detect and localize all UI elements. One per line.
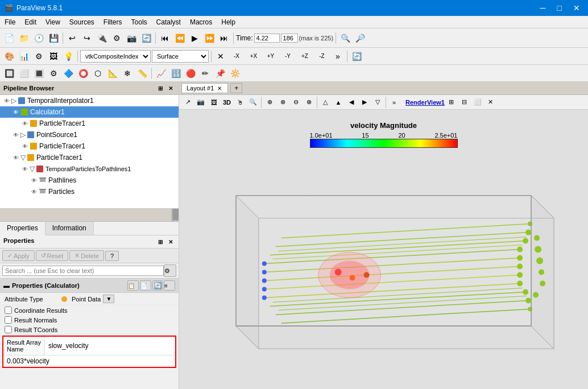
attribute-type-dropdown[interactable]: ▼ xyxy=(103,295,114,303)
visibility-icon-pt2[interactable]: 👁 xyxy=(20,142,30,151)
result-normals-checkbox[interactable] xyxy=(5,316,12,324)
tb3-btn10[interactable]: 📏 xyxy=(135,67,149,80)
time-step-input[interactable] xyxy=(281,34,298,43)
tree-expand-t1[interactable]: ▷ xyxy=(11,97,16,105)
orient-z[interactable]: +Z xyxy=(297,49,313,63)
help-button[interactable]: ? xyxy=(105,251,119,261)
visibility-icon-ps1[interactable]: 👁 xyxy=(11,130,20,139)
camera-button[interactable]: 📷 xyxy=(125,31,138,45)
result-array-name-input[interactable] xyxy=(45,337,175,355)
rt-more1[interactable]: » xyxy=(388,97,400,108)
tree-item-temporal-interpolator[interactable]: 👁 ▷ TemporalInterpolator1 xyxy=(0,95,179,106)
rt-orient5[interactable]: ▽ xyxy=(371,97,384,108)
tb3-btn15[interactable]: 📌 xyxy=(213,67,227,80)
tb3-btn12[interactable]: 🔢 xyxy=(169,67,183,80)
tree-item-pt1[interactable]: 👁 ParticleTracer1 xyxy=(0,118,179,129)
zoom-box[interactable]: 🔎 xyxy=(353,31,367,45)
props-collapse-icon[interactable]: ▬ xyxy=(3,282,10,289)
tb3-btn6[interactable]: ⭕ xyxy=(76,67,90,80)
tb2-btn5[interactable]: 💡 xyxy=(61,49,75,63)
rt-camera[interactable]: 📷 xyxy=(194,97,207,108)
next-frame[interactable]: ⏩ xyxy=(202,31,216,45)
rt-axis2[interactable]: ⊗ xyxy=(276,97,289,108)
tb2-btn1[interactable]: 🎨 xyxy=(2,49,16,63)
expression-input[interactable] xyxy=(3,355,175,367)
rt-layout2[interactable]: ⊟ xyxy=(458,97,471,108)
rt-interact[interactable]: 🖱 xyxy=(234,97,246,108)
search-settings-button[interactable]: ⚙ xyxy=(164,264,176,277)
save-button[interactable]: 💾 xyxy=(47,31,60,45)
delete-button[interactable]: ✕ Delete xyxy=(69,250,104,261)
props-copy-btn[interactable]: 📋 xyxy=(127,280,139,291)
menu-filters[interactable]: Filters xyxy=(99,17,127,27)
tb3-btn5[interactable]: 🔷 xyxy=(61,67,75,80)
maximize-button[interactable]: □ xyxy=(554,2,565,14)
tb3-btn14[interactable]: ✏ xyxy=(198,67,212,80)
props-expand-icon[interactable]: ⊞ xyxy=(156,237,165,246)
menu-edit[interactable]: Edit xyxy=(20,17,41,27)
redo-button[interactable]: ↪ xyxy=(80,31,94,45)
tb3-btn3[interactable]: 🔳 xyxy=(32,67,45,80)
tree-label-pa2[interactable]: Particles xyxy=(48,188,74,196)
rt-close-view[interactable]: ✕ xyxy=(485,97,497,108)
result-tcoords-checkbox[interactable] xyxy=(5,326,12,333)
tb3-btn11[interactable]: 📈 xyxy=(154,67,168,80)
rt-orient3[interactable]: ◀ xyxy=(345,97,358,108)
tree-item-ps1[interactable]: 👁 ▷ PointSource1 xyxy=(0,129,179,140)
layout-tab[interactable]: Layout #1 ✕ xyxy=(181,83,228,93)
tree-item-particles[interactable]: 👁 Particles xyxy=(0,186,179,197)
props-refresh-btn[interactable]: 🔄 xyxy=(152,280,163,291)
zoom-to-data[interactable]: 🔍 xyxy=(338,31,352,45)
orient-pz[interactable]: -Z xyxy=(314,49,330,63)
tb2-btn3[interactable]: ⚙ xyxy=(32,49,45,63)
visibility-icon-pt3[interactable]: 👁 xyxy=(11,153,20,162)
tb3-btn1[interactable]: 🔲 xyxy=(2,67,16,80)
prev-frame[interactable]: ⏪ xyxy=(173,31,187,45)
rt-maximize[interactable]: ⬜ xyxy=(471,97,484,108)
tb2-btn2[interactable]: 📊 xyxy=(17,49,31,63)
orient-extra[interactable]: 🔄 xyxy=(350,49,363,63)
tb3-btn8[interactable]: 📐 xyxy=(106,67,119,80)
menu-view[interactable]: View xyxy=(41,17,65,27)
tree-item-calculator[interactable]: 👁 Calculator1 xyxy=(0,106,179,118)
menu-tools[interactable]: Tools xyxy=(127,17,152,27)
reset-button[interactable]: ↺ Reset xyxy=(36,250,69,261)
tree-item-pathlines[interactable]: 👁 Pathlines xyxy=(0,175,179,186)
orient-more[interactable]: » xyxy=(331,49,345,63)
representation-select[interactable]: Surface xyxy=(152,50,209,63)
tree-expand-tp1[interactable]: ▽ xyxy=(30,165,35,173)
layout-tab-close[interactable]: ✕ xyxy=(216,85,223,92)
rt-orient2[interactable]: ▲ xyxy=(332,97,345,108)
time-value-input[interactable] xyxy=(254,34,280,43)
visibility-icon-t1[interactable]: 👁 xyxy=(2,96,11,105)
pipeline-expand-icon[interactable]: ⊞ xyxy=(156,84,165,93)
tab-properties[interactable]: Properties xyxy=(0,222,45,235)
tab-information[interactable]: Information xyxy=(45,222,94,235)
rt-orient4[interactable]: ▶ xyxy=(358,97,371,108)
props-paste-btn[interactable]: 📄 xyxy=(140,280,151,291)
crosshair-btn[interactable]: ✕ xyxy=(214,49,227,63)
visibility-icon-c1[interactable]: 👁 xyxy=(11,107,20,117)
tb3-btn13[interactable]: 🔴 xyxy=(184,67,197,80)
visibility-icon-pt1[interactable]: 👁 xyxy=(20,119,30,128)
composite-index-select[interactable]: vtkCompositeIndex xyxy=(80,50,151,63)
rt-plus[interactable]: ⊕ xyxy=(303,97,315,108)
tree-label-pt1[interactable]: ParticleTracer1 xyxy=(39,119,85,127)
tb3-btn16[interactable]: 🔆 xyxy=(228,67,242,80)
visibility-icon-tp1[interactable]: 👁 xyxy=(20,164,30,173)
orient-x[interactable]: -X xyxy=(229,49,245,63)
tree-label-pt2[interactable]: ParticleTracer1 xyxy=(39,142,85,150)
tb2-btn4[interactable]: 🖼 xyxy=(47,49,60,63)
tree-label-pa1[interactable]: Pathlines xyxy=(48,176,76,184)
rt-orient1[interactable]: △ xyxy=(319,97,332,108)
tree-item-tp1[interactable]: 👁 ▽ TemporalParticlesToPathlines1 xyxy=(0,163,179,175)
coordinate-results-checkbox[interactable] xyxy=(5,307,12,314)
tree-label-ps1[interactable]: PointSource1 xyxy=(36,131,77,139)
rt-axis1[interactable]: ⊕ xyxy=(263,97,276,108)
refresh-button[interactable]: 🔄 xyxy=(139,31,153,45)
new-button[interactable]: 📄 xyxy=(2,31,16,45)
tree-expand-ps1[interactable]: ▷ xyxy=(20,131,26,139)
tb3-btn9[interactable]: ❄ xyxy=(121,67,134,80)
orient-py[interactable]: -Y xyxy=(280,49,296,63)
tree-label-c1[interactable]: Calculator1 xyxy=(30,108,65,116)
